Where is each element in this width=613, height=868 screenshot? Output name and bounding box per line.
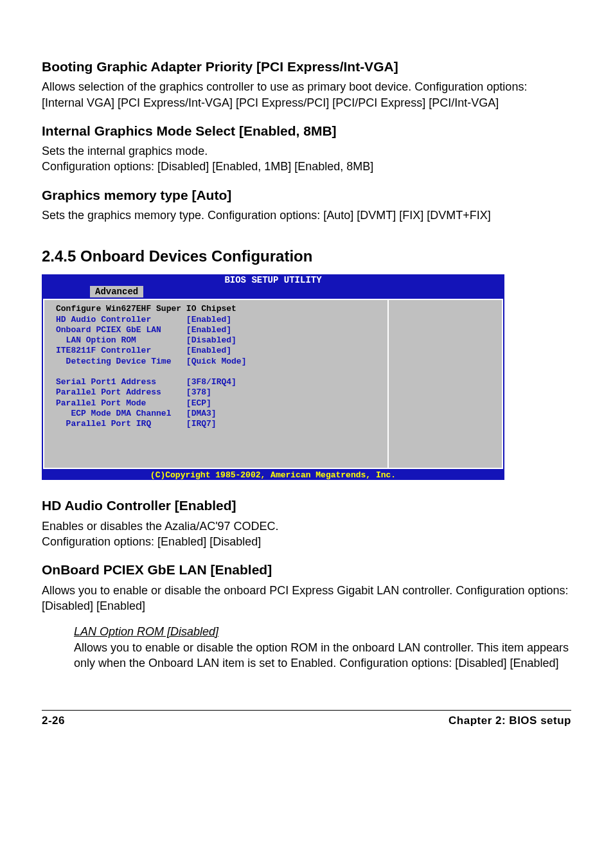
footer-page-number: 2-26 <box>42 714 65 727</box>
page-footer: 2-26 Chapter 2: BIOS setup <box>42 710 571 727</box>
sub-body-lan-rom: Allows you to enable or disable the opti… <box>74 640 571 671</box>
heading-hd-audio: HD Audio Controller [Enabled] <box>42 497 571 514</box>
bios-copyright: (C)Copyright 1985-2002, American Megatre… <box>42 470 504 480</box>
heading-graphics-memory: Graphics memory type [Auto] <box>42 186 571 204</box>
body-internal-graphics: Sets the internal graphics mode. Configu… <box>42 143 571 175</box>
sub-lan-option-rom: LAN Option ROM [Disabled] Allows you to … <box>74 625 571 671</box>
bios-panel-title: Configure Win627EHF Super IO Chipset <box>56 304 236 314</box>
sub-heading-lan-rom: LAN Option ROM [Disabled] <box>74 625 571 639</box>
bios-tab-advanced: Advanced <box>90 286 143 297</box>
footer-chapter: Chapter 2: BIOS setup <box>449 714 571 727</box>
bios-screenshot: BIOS SETUP UTILITY Advanced Configure Wi… <box>42 274 504 480</box>
bios-title: BIOS SETUP UTILITY <box>42 274 504 286</box>
body-onboard-pciex: Allows you to enable or disable the onbo… <box>42 583 571 614</box>
heading-internal-graphics: Internal Graphics Mode Select [Enabled, … <box>42 122 571 139</box>
bios-left-panel: Configure Win627EHF Super IO Chipset HD … <box>43 299 387 469</box>
bios-body: Configure Win627EHF Super IO Chipset HD … <box>42 297 504 470</box>
body-graphics-memory: Sets the graphics memory type. Configura… <box>42 208 571 223</box>
body-hd-audio: Enables or disables the Azalia/AC'97 COD… <box>42 518 571 550</box>
heading-onboard-pciex: OnBoard PCIEX GbE LAN [Enabled] <box>42 561 571 578</box>
heading-onboard-devices: 2.4.5 Onboard Devices Configuration <box>42 247 571 265</box>
heading-booting-adapter: Booting Graphic Adapter Priority [PCI Ex… <box>42 58 571 75</box>
bios-tab-row: Advanced <box>42 286 504 297</box>
bios-right-panel <box>387 299 503 469</box>
body-booting-adapter: Allows selection of the graphics control… <box>42 79 571 111</box>
